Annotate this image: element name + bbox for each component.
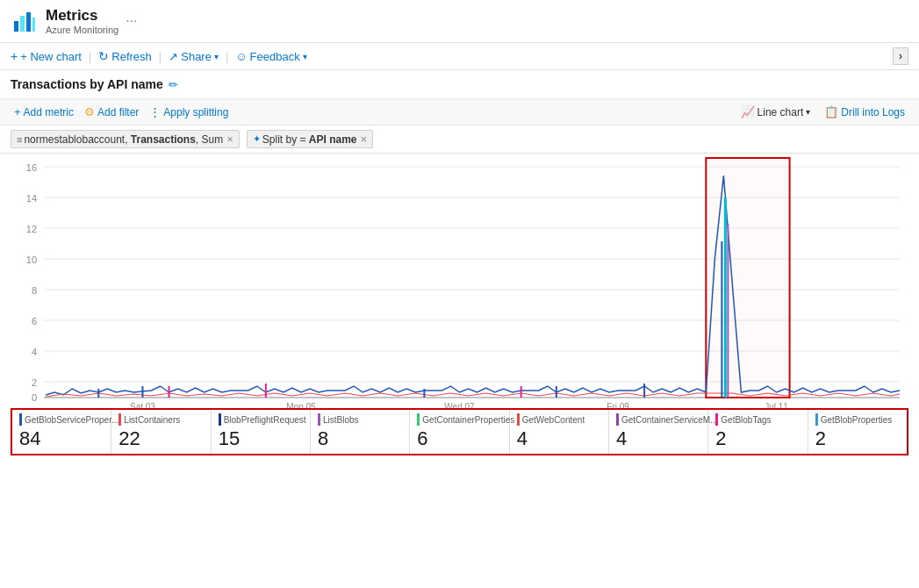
- svg-rect-3: [32, 18, 35, 32]
- legend-value-5: 4: [517, 427, 601, 450]
- tag2-text: Split by = API name: [262, 133, 357, 146]
- legend-color-8: [815, 413, 818, 426]
- feedback-icon: ☺: [235, 50, 247, 63]
- apply-splitting-label: Apply splitting: [163, 106, 228, 118]
- legend-label-8: GetBlobProperties: [815, 413, 900, 426]
- app-subtitle: Azure Monitoring: [46, 25, 118, 35]
- share-label: Share: [181, 50, 212, 63]
- svg-text:2: 2: [32, 377, 37, 388]
- legend-label-2: BlobPreflightRequest: [219, 413, 303, 426]
- add-filter-button[interactable]: ⚙ Add filter: [81, 104, 142, 120]
- add-filter-label: Add filter: [97, 106, 139, 118]
- main-toolbar: + + New chart | ↻ Refresh | ↗ Share ▾ | …: [0, 43, 919, 70]
- legend-item-3: ListBlobs 8: [311, 410, 410, 454]
- tags-row: ≡ normestablobaccount, Transactions, Sum…: [0, 125, 919, 154]
- tag-pill-2: ✦ Split by = API name ×: [247, 130, 373, 148]
- refresh-button[interactable]: ↻ Refresh: [98, 49, 152, 63]
- legend-value-6: 4: [616, 427, 700, 450]
- svg-text:Jul 11: Jul 11: [765, 402, 788, 408]
- svg-text:8: 8: [32, 285, 37, 296]
- apply-splitting-icon: ⋮: [149, 105, 161, 118]
- line-chart-label: Line chart: [757, 106, 804, 118]
- app-title-group: Metrics Azure Monitoring: [46, 7, 118, 35]
- svg-text:10: 10: [26, 255, 37, 265]
- tag2-icon: ✦: [253, 133, 261, 145]
- legend-item-4: GetContainerProperties 6: [410, 410, 509, 454]
- add-metric-button[interactable]: + Add metric: [11, 104, 77, 120]
- metric-toolbar: + Add metric ⚙ Add filter ⋮ Apply splitt…: [0, 99, 919, 125]
- add-metric-label: Add metric: [24, 106, 74, 118]
- drill-into-logs-button[interactable]: 📋 Drill into Logs: [821, 104, 908, 120]
- svg-text:0: 0: [32, 392, 37, 403]
- feedback-label: Feedback: [250, 50, 300, 63]
- new-chart-plus-icon: +: [11, 49, 18, 63]
- legend-value-7: 2: [715, 427, 800, 450]
- svg-text:Sat 03: Sat 03: [130, 402, 155, 408]
- toolbar-sep2: |: [159, 50, 162, 63]
- legend-item-5: GetWebContent 4: [510, 410, 609, 454]
- legend-label-4: GetContainerProperties: [417, 413, 501, 426]
- legend-value-8: 2: [815, 427, 900, 450]
- line-chart-chevron-icon: ▾: [806, 107, 810, 117]
- metric-toolbar-right: 📈 Line chart ▾ 📋 Drill into Logs: [737, 104, 908, 120]
- add-filter-icon: ⚙: [84, 105, 95, 118]
- svg-text:Wed 07: Wed 07: [444, 402, 475, 408]
- header-dots[interactable]: ···: [126, 13, 137, 29]
- edit-icon[interactable]: ✏: [169, 78, 178, 91]
- legend-color-0: [19, 413, 22, 426]
- refresh-icon: ↻: [98, 49, 109, 63]
- chart-svg: 16 14 12 10 8 6 4 2 0 Sat 03 Mon 05 Wed …: [11, 154, 908, 408]
- drill-icon: 📋: [824, 105, 838, 118]
- share-chevron-icon: ▾: [214, 52, 219, 61]
- svg-text:12: 12: [26, 224, 37, 234]
- legend-color-1: [118, 413, 121, 426]
- legend-item-7: GetBlobTags 2: [708, 410, 808, 454]
- new-chart-button[interactable]: + + New chart: [11, 49, 82, 63]
- line-chart-button[interactable]: 📈 Line chart ▾: [737, 104, 815, 120]
- legend-item-8: GetBlobProperties 2: [808, 410, 907, 454]
- drill-label: Drill into Logs: [841, 106, 905, 118]
- header: Metrics Azure Monitoring ···: [0, 0, 919, 43]
- svg-text:4: 4: [32, 347, 37, 357]
- legend-label-7: GetBlobTags: [715, 413, 800, 426]
- legend-item-0: GetBlobServiceProper... 84: [12, 410, 111, 454]
- legend-color-3: [318, 413, 320, 426]
- add-metric-icon: +: [14, 105, 21, 118]
- app-title: Metrics: [46, 7, 118, 25]
- tag1-close-icon[interactable]: ×: [226, 133, 233, 146]
- toolbar-sep1: |: [89, 50, 91, 63]
- legend-color-2: [219, 413, 221, 426]
- legend-item-2: BlobPreflightRequest 15: [212, 410, 311, 454]
- legend-value-4: 6: [417, 427, 501, 450]
- chart-title-bar: Transactions by API name ✏: [0, 70, 919, 99]
- svg-rect-0: [14, 21, 18, 32]
- legend-item-1: ListContainers 22: [111, 410, 211, 454]
- legend-value-3: 8: [318, 427, 402, 450]
- svg-text:16: 16: [26, 162, 37, 173]
- svg-rect-2: [26, 12, 31, 32]
- tag-pill-1: ≡ normestablobaccount, Transactions, Sum…: [11, 130, 240, 148]
- new-chart-label: + New chart: [20, 50, 82, 63]
- legend-label-3: ListBlobs: [318, 413, 402, 426]
- feedback-chevron-icon: ▾: [303, 52, 307, 61]
- scroll-right-button[interactable]: ›: [893, 47, 908, 65]
- toolbar-sep3: |: [226, 50, 228, 63]
- legend-label-5: GetWebContent: [517, 413, 601, 426]
- share-icon: ↗: [169, 50, 178, 63]
- legend-label-1: ListContainers: [118, 413, 203, 426]
- feedback-button[interactable]: ☺ Feedback ▾: [235, 50, 306, 63]
- legend-color-5: [517, 413, 520, 426]
- line-chart-icon: 📈: [741, 105, 755, 118]
- legend-item-6: GetContainerServiceM... 4: [609, 410, 708, 454]
- share-button[interactable]: ↗ Share ▾: [169, 50, 219, 63]
- refresh-label: Refresh: [111, 50, 152, 63]
- app-logo: [11, 7, 39, 35]
- svg-text:14: 14: [26, 193, 37, 204]
- svg-rect-1: [20, 16, 25, 32]
- svg-text:Fri 09: Fri 09: [607, 402, 629, 408]
- legend-color-7: [715, 413, 718, 426]
- chart-title: Transactions by API name: [11, 77, 163, 91]
- tag2-close-icon[interactable]: ×: [361, 133, 368, 146]
- legend-color-6: [616, 413, 619, 426]
- apply-splitting-button[interactable]: ⋮ Apply splitting: [146, 104, 232, 120]
